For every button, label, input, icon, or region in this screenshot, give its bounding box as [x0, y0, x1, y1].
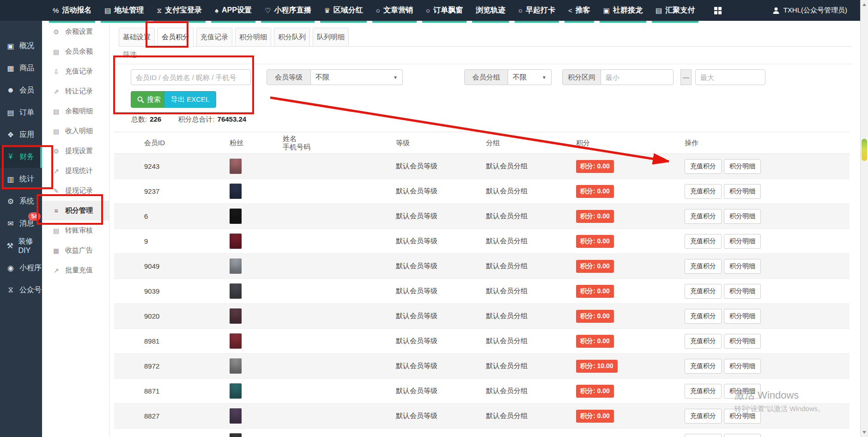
points-detail-button[interactable]: 积分明细	[724, 309, 761, 324]
submenu-item-提现统计[interactable]: ↗提现统计	[42, 161, 109, 181]
recharge-points-button[interactable]: 充值积分	[685, 234, 722, 249]
submenu-item-余额明细[interactable]: ▤余额明细	[42, 101, 109, 121]
table-row: 8827默认会员等级默认会员分组积分: 0.00充值积分积分明细	[114, 404, 850, 429]
member-level-select[interactable]: 不限 ▼	[311, 69, 403, 85]
member-avatar	[230, 234, 242, 249]
points-detail-button[interactable]: 积分明细	[724, 259, 761, 274]
submenu-item-批量充值[interactable]: ↗批量充值	[42, 260, 109, 280]
sidebar-item-label: 会员	[19, 86, 34, 95]
member-group-select[interactable]: 不限 ▼	[508, 69, 552, 85]
recharge-points-button[interactable]: 充值积分	[685, 384, 722, 399]
top-nav-item[interactable]: ♠APP设置	[208, 0, 258, 21]
member-id: 6	[114, 212, 230, 220]
apps-grid-icon[interactable]	[714, 7, 722, 14]
member-id: 8972	[114, 362, 230, 370]
tab-会员积分[interactable]: 会员积分	[158, 28, 194, 47]
submenu-item-转账审核[interactable]: ▤转账审核	[42, 221, 109, 240]
search-button[interactable]: 搜索	[131, 91, 167, 108]
sidebar-item-商品[interactable]: ▦商品	[0, 57, 42, 79]
top-nav-item[interactable]: ⧖支付宝登录	[151, 0, 209, 21]
top-nav-item[interactable]: ○文章营销	[370, 0, 419, 21]
table-row: 9237默认会员等级默认会员分组积分: 0.00充值积分积分明细	[114, 179, 850, 204]
recharge-points-button[interactable]: 充值积分	[685, 359, 722, 374]
points-detail-button[interactable]: 积分明细	[724, 434, 761, 437]
submenu-item-会员余额[interactable]: ▤会员余额	[42, 42, 109, 62]
points-detail-button[interactable]: 积分明细	[724, 334, 761, 349]
submenu-item-充值记录[interactable]: ⇩充值记录	[42, 62, 109, 81]
user-menu[interactable]: TXHL(公众号管理员)	[772, 6, 847, 15]
sidebar-item-小程序[interactable]: ◉小程序	[0, 257, 42, 279]
submenu-item-收益广告[interactable]: ▦收益广告	[42, 240, 109, 260]
recharge-points-button[interactable]: 充值积分	[685, 284, 722, 299]
notification-badge: 54	[28, 212, 41, 221]
points-badge: 积分: 0.00	[576, 285, 614, 298]
sidebar-item-装修DIY[interactable]: ⚒装修DIY	[0, 234, 42, 257]
sidebar-item-会员[interactable]: ☻会员	[0, 79, 42, 101]
submenu-item-转让记录[interactable]: ⇗转让记录	[42, 81, 109, 101]
orders-icon: ▤	[6, 108, 15, 117]
row-actions: 充值积分积分明细	[685, 209, 850, 224]
points-min-input[interactable]	[601, 69, 674, 85]
sidebar-item-公众号[interactable]: ⧖公众号	[0, 279, 42, 301]
points-detail-button[interactable]: 积分明细	[724, 384, 761, 399]
recharge-points-button[interactable]: 充值积分	[685, 259, 722, 274]
points-detail-button[interactable]: 积分明细	[724, 184, 761, 199]
points-detail-button[interactable]: 积分明细	[724, 409, 761, 424]
top-nav-item[interactable]: 浏览轨迹	[469, 0, 512, 21]
page-scrollbar[interactable]	[860, 0, 868, 437]
submenu-item-提现设置[interactable]: ⚙提现设置	[42, 141, 109, 161]
submenu-item-label: 余额明细	[65, 107, 93, 116]
recharge-points-button[interactable]: 充值积分	[685, 334, 722, 349]
top-nav-item[interactable]: %活动报名	[46, 0, 98, 21]
tab-基础设置[interactable]: 基础设置	[119, 28, 155, 47]
top-nav-item[interactable]: ○订单飘窗	[419, 0, 469, 21]
export-excel-button[interactable]: 导出 EXCEL	[164, 91, 216, 108]
tab-充值记录[interactable]: 充值记录	[196, 28, 232, 47]
scroll-down-icon[interactable]	[862, 431, 866, 434]
sidebar-item-财务[interactable]: ¥财务	[0, 146, 42, 168]
top-nav-item[interactable]: ▤汇聚支付	[649, 0, 701, 21]
recharge-points-button[interactable]: 充值积分	[685, 434, 722, 437]
submenu-item-余额设置[interactable]: ⚙余额设置	[42, 22, 109, 42]
sidebar-item-应用[interactable]: ❖应用	[0, 123, 42, 146]
top-nav-item[interactable]: ♡小程序直播	[258, 0, 317, 21]
top-nav-item[interactable]: <推客	[562, 0, 597, 21]
sidebar-item-概况[interactable]: ▣概况	[0, 35, 42, 57]
recharge-points-button[interactable]: 充值积分	[685, 409, 722, 424]
tab-队列明细[interactable]: 队列明细	[313, 28, 349, 47]
scroll-up-icon[interactable]	[862, 3, 866, 6]
recharge-points-button[interactable]: 充值积分	[685, 159, 722, 174]
chart-icon: ↗	[52, 167, 60, 175]
member-group: 默认会员分组	[486, 412, 576, 420]
points-detail-button[interactable]: 积分明细	[724, 284, 761, 299]
finance-submenu: ⚙余额设置▤会员余额⇩充值记录⇗转让记录▤余额明细▤收入明细⚙提现设置↗提现统计…	[42, 21, 109, 437]
sidebar-item-label: 装修DIY	[18, 237, 42, 255]
points-detail-button[interactable]: 积分明细	[724, 234, 761, 249]
tab-积分明细[interactable]: 积分明细	[235, 28, 271, 47]
top-nav-item[interactable]: ○早起打卡	[512, 0, 562, 21]
top-nav-item[interactable]: ▣社群接龙	[597, 0, 649, 21]
submenu-item-收入明细[interactable]: ▤收入明细	[42, 121, 109, 141]
submenu-item-提现记录[interactable]: ✎提现记录	[42, 181, 109, 201]
points-detail-button[interactable]: 积分明细	[724, 159, 761, 174]
sidebar-item-订单[interactable]: ▤订单	[0, 101, 42, 123]
sidebar-item-消息[interactable]: ✉消息54	[0, 212, 42, 234]
top-nav-item[interactable]: ▤地址管理	[98, 0, 150, 21]
navbar-right: TXHL(公众号管理员)	[714, 6, 847, 15]
points-detail-button[interactable]: 积分明细	[724, 359, 761, 374]
tab-积分队列[interactable]: 积分队列	[274, 28, 310, 47]
scrollbar-thumb[interactable]	[862, 139, 867, 161]
points-max-input[interactable]	[695, 69, 765, 85]
points-range-label: 积分区间	[562, 69, 601, 85]
recharge-points-button[interactable]: 充值积分	[685, 309, 722, 324]
member-avatar-cell	[230, 259, 283, 274]
sidebar-item-系统[interactable]: ⚙系统	[0, 190, 42, 212]
keyword-input[interactable]	[131, 69, 251, 85]
member-points-cell: 积分: 0.00	[576, 310, 685, 323]
points-detail-button[interactable]: 积分明细	[724, 209, 761, 224]
sidebar-item-统计[interactable]: ▥统计	[0, 168, 42, 190]
recharge-points-button[interactable]: 充值积分	[685, 184, 722, 199]
recharge-points-button[interactable]: 充值积分	[685, 209, 722, 224]
top-nav-item[interactable]: ♛区域分红	[317, 0, 369, 21]
submenu-item-积分管理[interactable]: ≡积分管理	[42, 201, 109, 221]
